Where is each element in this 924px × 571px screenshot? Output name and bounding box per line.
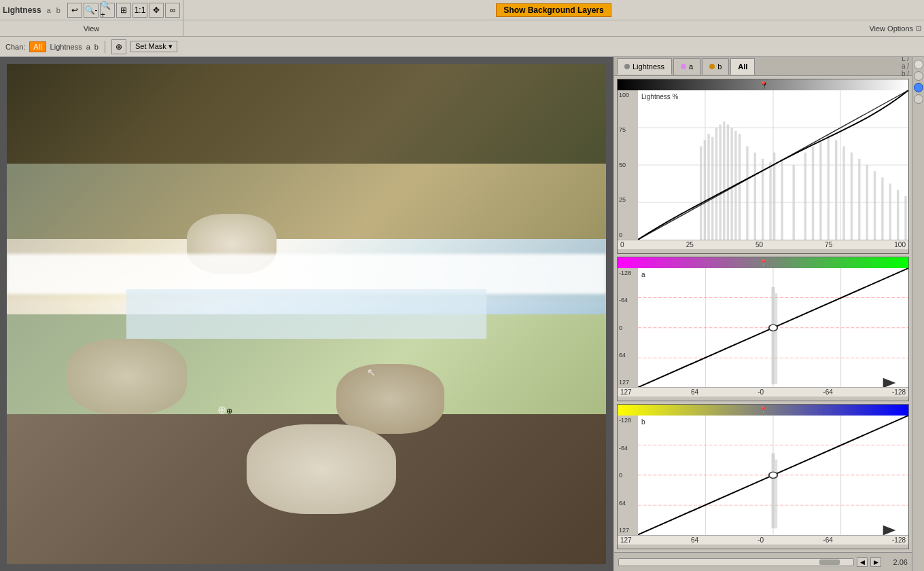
svg-rect-33 bbox=[874, 171, 876, 240]
svg-rect-11 bbox=[719, 124, 721, 240]
tab-b[interactable]: b bbox=[702, 58, 729, 75]
b-curve-panel: 📍 -128 -64 0 64 127 bbox=[617, 404, 909, 549]
zoom-fit-button[interactable]: ⊞ bbox=[116, 3, 131, 18]
chan-all-button[interactable]: All bbox=[29, 41, 46, 52]
svg-rect-18 bbox=[754, 153, 756, 240]
svg-rect-58 bbox=[775, 460, 777, 529]
b-y-axis: -128 -64 0 64 127 bbox=[618, 416, 638, 535]
tab-b-label[interactable]: b bbox=[56, 6, 60, 14]
svg-rect-23 bbox=[792, 165, 794, 240]
crosshair-cursor: ⊕ bbox=[217, 403, 231, 417]
show-background-layers-button[interactable]: Show Background Layers bbox=[496, 3, 611, 17]
lightness-curve-header: 📍 bbox=[618, 79, 908, 90]
show-bg-container: Show Background Layers bbox=[183, 0, 924, 20]
zoom-actual-button[interactable]: 1:1 bbox=[132, 3, 147, 18]
svg-rect-21 bbox=[773, 153, 775, 240]
a-curve-panel: 📍 -128 -64 0 64 127 bbox=[617, 257, 909, 402]
tab-all[interactable]: All bbox=[730, 58, 755, 75]
radio-btn-3[interactable] bbox=[914, 83, 923, 92]
river-image bbox=[7, 64, 606, 564]
view-options-container: View Options ⊡ bbox=[183, 20, 924, 36]
svg-rect-36 bbox=[897, 190, 899, 240]
svg-rect-46 bbox=[772, 287, 775, 384]
right-sidebar bbox=[912, 57, 924, 571]
svg-rect-37 bbox=[904, 196, 906, 240]
a-chart-area[interactable] bbox=[638, 268, 908, 388]
radio-btn-1[interactable] bbox=[914, 60, 923, 69]
chan-label: Chan: bbox=[5, 43, 25, 51]
curves-container: 📍 100 75 50 25 0 bbox=[614, 76, 912, 552]
main-content: ⊕ ↖ Lightness a b All L bbox=[0, 57, 924, 571]
chan-lightness-label: Lightness bbox=[50, 43, 82, 51]
view-options-icon: ⊡ bbox=[916, 24, 921, 32]
a-curve-header: 📍 bbox=[618, 257, 908, 268]
chan-a-label: a bbox=[86, 43, 90, 51]
svg-rect-24 bbox=[804, 153, 806, 240]
toolbar-left-top: Lightness a b ↩ 🔍- 🔍+ ⊞ 1:1 ✥ ∞ bbox=[0, 0, 183, 20]
mask-icon-button[interactable]: ⊕ bbox=[111, 39, 126, 54]
next-nav-button[interactable]: ▶ bbox=[870, 557, 881, 567]
undo-button[interactable]: ↩ bbox=[67, 3, 82, 18]
tab-lightness[interactable]: Lightness bbox=[617, 58, 672, 75]
svg-rect-14 bbox=[730, 128, 732, 240]
zoom-out-button[interactable]: 🔍- bbox=[84, 3, 99, 18]
svg-marker-60 bbox=[883, 526, 896, 535]
svg-rect-29 bbox=[842, 146, 845, 239]
svg-rect-32 bbox=[866, 165, 868, 240]
arrow-cursor: ↖ bbox=[367, 366, 376, 379]
svg-rect-35 bbox=[889, 183, 891, 239]
svg-rect-13 bbox=[727, 124, 729, 240]
tab-a[interactable]: a bbox=[673, 58, 700, 75]
svg-rect-57 bbox=[772, 454, 775, 529]
tab-a-dot bbox=[681, 64, 686, 69]
tab-a-label[interactable]: a bbox=[47, 6, 51, 14]
prev-nav-button[interactable]: ◀ bbox=[857, 557, 868, 567]
svg-rect-31 bbox=[858, 159, 860, 240]
lightness-curve-panel: 📍 100 75 50 25 0 bbox=[617, 79, 909, 254]
tab-lightness-label: Lightness bbox=[633, 62, 664, 71]
svg-rect-10 bbox=[715, 128, 717, 240]
svg-rect-47 bbox=[775, 293, 777, 384]
svg-rect-12 bbox=[723, 122, 725, 240]
lightness-curve-svg bbox=[638, 90, 908, 240]
lightness-header-pin: 📍 bbox=[760, 81, 767, 88]
channel-toolbar: Chan: All Lightness a b ⊕ Set Mask ▾ bbox=[0, 37, 924, 57]
set-mask-button[interactable]: Set Mask ▾ bbox=[130, 41, 177, 52]
b-curve-header: 📍 bbox=[618, 405, 908, 416]
pan-button[interactable]: ✥ bbox=[149, 3, 164, 18]
tab-a-text: a bbox=[689, 62, 693, 71]
toolbar-right: Show Background Layers View Options ⊡ bbox=[183, 0, 924, 36]
zoom-value-label: 2.06 bbox=[884, 558, 908, 566]
horizontal-scrollbar[interactable] bbox=[618, 558, 854, 566]
channel-selector-label: L / a / b / bbox=[902, 57, 912, 77]
svg-rect-16 bbox=[739, 134, 741, 240]
svg-marker-49 bbox=[883, 378, 896, 388]
lightness-chart-label: Lightness % bbox=[641, 93, 678, 100]
b-header-pin: 📍 bbox=[760, 407, 767, 413]
svg-rect-17 bbox=[746, 146, 748, 239]
zoom-in-button[interactable]: 🔍+ bbox=[100, 3, 115, 18]
mask-view-button[interactable]: ∞ bbox=[165, 3, 180, 18]
a-x-axis: 127 64 -0 -64 -128 bbox=[618, 387, 908, 397]
view-options-label[interactable]: View Options bbox=[869, 24, 913, 33]
svg-rect-30 bbox=[851, 153, 853, 240]
b-curve-svg bbox=[638, 416, 908, 535]
svg-rect-26 bbox=[819, 140, 821, 240]
lightness-chart-area[interactable] bbox=[638, 90, 908, 240]
image-canvas: ⊕ ↖ bbox=[7, 64, 606, 564]
tab-b-dot bbox=[709, 64, 715, 69]
svg-point-48 bbox=[769, 325, 777, 331]
svg-rect-34 bbox=[881, 177, 883, 240]
svg-rect-25 bbox=[812, 146, 814, 239]
tabs-row: Lightness a b All L / a / b / bbox=[614, 57, 912, 76]
separator bbox=[105, 41, 105, 53]
tab-lightness-dot bbox=[624, 64, 630, 69]
right-panel: Lightness a b All L / a / b / bbox=[613, 57, 912, 571]
chan-b-label: b bbox=[94, 43, 99, 51]
a-header-pin: 📍 bbox=[760, 259, 767, 266]
bottom-bar: ◀ ▶ 2.06 bbox=[614, 552, 912, 571]
radio-btn-4[interactable] bbox=[914, 94, 923, 104]
radio-btn-2[interactable] bbox=[914, 71, 923, 81]
b-chart-area[interactable] bbox=[638, 416, 908, 535]
toolbar-left: Lightness a b ↩ 🔍- 🔍+ ⊞ 1:1 ✥ ∞ View bbox=[0, 0, 183, 36]
